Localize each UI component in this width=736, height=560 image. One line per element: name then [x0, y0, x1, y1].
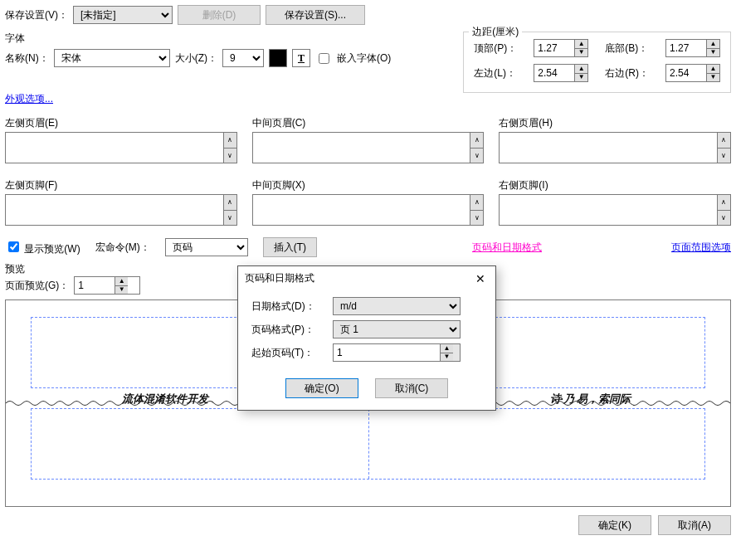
margin-right-label: 右边(R)：	[605, 66, 649, 80]
dialog-ok-button[interactable]: 确定(O)	[285, 378, 358, 398]
margin-bottom-spinner[interactable]: ▲▼	[665, 39, 720, 57]
left-header-input[interactable]	[5, 132, 224, 163]
close-icon[interactable]: ✕	[472, 272, 489, 285]
left-header-label: 左侧页眉(E)	[5, 116, 237, 130]
macro-select[interactable]: 页码	[165, 238, 248, 256]
date-format-select[interactable]: m/d	[333, 297, 461, 315]
left-footer-input[interactable]	[5, 194, 224, 226]
center-header-input[interactable]	[252, 132, 471, 163]
right-footer-input[interactable]	[499, 194, 718, 226]
page-date-format-dialog: 页码和日期格式 ✕ 日期格式(D)： m/d 页码格式(P)： 页 1 起始页码…	[237, 265, 496, 411]
font-name-label: 名称(N)：	[5, 51, 49, 66]
font-group-label: 字体	[5, 32, 446, 46]
save-settings-button[interactable]: 保存设置(S)...	[266, 5, 365, 25]
page-range-options-link[interactable]: 页面范围选项	[671, 241, 731, 255]
date-format-label: 日期格式(D)：	[251, 299, 328, 314]
show-preview-checkbox[interactable]	[8, 241, 19, 252]
center-footer-input[interactable]	[252, 194, 471, 226]
page-format-select[interactable]: 页 1	[333, 320, 461, 338]
right-header-input[interactable]	[499, 132, 718, 163]
page-preview-spinner[interactable]: ▲▼	[74, 276, 140, 295]
save-settings-select[interactable]: [未指定]	[73, 6, 173, 24]
preview-text-left: 流体混淆软件开发	[122, 392, 208, 407]
margin-left-spinner[interactable]: ▲▼	[534, 64, 588, 82]
center-header-label: 中间页眉(C)	[252, 116, 485, 130]
start-page-spinner[interactable]: ▲▼	[333, 343, 461, 362]
margin-top-label: 顶部(P)：	[474, 41, 517, 56]
underline-toggle[interactable]: T	[292, 49, 310, 67]
font-color-swatch[interactable]	[269, 49, 287, 67]
left-footer-label: 左侧页脚(F)	[5, 178, 237, 192]
preview-text-right: 诗·乃 易，索同际	[550, 392, 631, 407]
margin-top-spinner[interactable]: ▲▼	[534, 39, 588, 57]
macro-label: 宏命令(M)：	[95, 241, 150, 255]
cancel-button[interactable]: 取消(A)	[658, 515, 731, 535]
spin-down-icon[interactable]: ▼	[575, 49, 587, 57]
margin-right-spinner[interactable]: ▲▼	[665, 64, 720, 82]
embed-font-checkbox[interactable]	[319, 53, 329, 64]
page-format-label: 页码格式(P)：	[251, 323, 328, 337]
start-page-label: 起始页码(T)：	[251, 346, 328, 360]
spin-up-icon[interactable]: ▲	[575, 40, 587, 49]
margins-group: 边距(厘米) 顶部(P)： ▲▼ 底部(B)： ▲▼ 左边(L)： ▲▼ 右边(…	[463, 32, 731, 93]
dialog-title: 页码和日期格式	[245, 271, 314, 285]
right-footer-label: 右侧页脚(I)	[499, 178, 731, 192]
page-preview-label: 页面预览(G)：	[5, 279, 69, 293]
margins-group-label: 边距(厘米)	[469, 25, 522, 39]
center-footer-label: 中间页脚(X)	[252, 178, 485, 192]
margin-left-label: 左边(L)：	[474, 66, 517, 80]
appearance-options-link[interactable]: 外观选项...	[5, 93, 53, 105]
show-preview-label: 显示预览(W)	[24, 243, 80, 255]
embed-font-label: 嵌入字体(O)	[337, 51, 391, 66]
save-settings-label: 保存设置(V)：	[5, 8, 68, 22]
ok-button[interactable]: 确定(K)	[578, 515, 651, 535]
font-size-select[interactable]: 9	[222, 49, 264, 67]
page-date-format-link[interactable]: 页码和日期格式	[472, 241, 542, 255]
dialog-cancel-button[interactable]: 取消(C)	[375, 378, 448, 398]
delete-button[interactable]: 删除(D)	[178, 5, 261, 25]
insert-button[interactable]: 插入(T)	[263, 237, 317, 257]
margin-bottom-label: 底部(B)：	[605, 41, 649, 56]
font-name-select[interactable]: 宋体	[54, 49, 170, 67]
font-size-label: 大小(Z)：	[175, 51, 217, 66]
right-header-label: 右侧页眉(H)	[499, 116, 731, 130]
